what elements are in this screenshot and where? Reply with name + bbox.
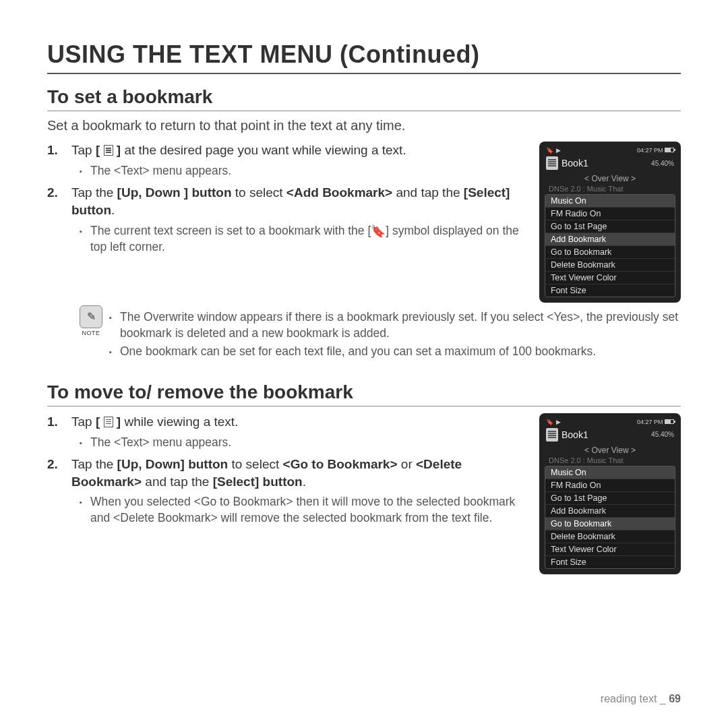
t: Tap the [71, 185, 117, 200]
device-menu-item: Go to Bookmark [545, 246, 675, 259]
t: [Select] button [213, 475, 303, 489]
device1-faint: DNSe 2.0 : Music That [545, 185, 675, 193]
s1-step1-sub1: The <Text> menu appears. [80, 163, 527, 179]
menu-button-icon [104, 417, 113, 427]
device2-time: 04:27 PM [637, 419, 663, 425]
t: Tap [71, 415, 96, 429]
footer-page-number: 69 [669, 693, 681, 704]
device2-menu: Music OnFM Radio OnGo to 1st PageAdd Boo… [545, 466, 675, 569]
t: <Go to Bookmark> [283, 457, 398, 471]
device1-pct: 45.40% [651, 160, 674, 167]
section-move-remove-title: To move to/ remove the bookmark [47, 382, 681, 406]
device-menu-item: Delete Bookmark [545, 530, 675, 543]
t: and tap the [142, 475, 213, 489]
device-mock-1: 🔖▶ 04:27 PM Book1 45.40% < Over View > D… [539, 142, 681, 303]
device-menu-item: Music On [545, 466, 675, 479]
status-left: 🔖▶ [546, 147, 561, 154]
battery-icon [665, 419, 674, 424]
section-set-bookmark-title: To set a bookmark [47, 86, 681, 111]
t: <Add Bookmark> [286, 185, 392, 200]
t: . [111, 203, 115, 217]
s1-step1-text-b: at the desired page you want while viewi… [121, 143, 406, 157]
device-menu-item: Add Bookmark [545, 233, 675, 246]
device-menu-item: FM Radio On [545, 208, 675, 220]
device-menu-item: Go to 1st Page [545, 492, 675, 505]
s2-step-1: Tap [ ] while viewing a text. The <Text>… [47, 413, 527, 450]
page-footer: reading text _ 69 [601, 693, 681, 705]
t: [Up, Down] button [117, 457, 229, 471]
section1-intro: Set a bookmark to return to that point i… [47, 118, 681, 133]
footer-section: reading text [601, 693, 657, 704]
t: Tap the [71, 457, 117, 471]
device-menu-item: Text Viewer Color [545, 543, 675, 556]
device1-overview: < Over View > [545, 174, 675, 183]
status-left: 🔖▶ [546, 419, 561, 425]
device-menu-item: Font Size [545, 284, 675, 297]
battery-icon [665, 148, 674, 152]
s1-step1-bracket-close: ] [113, 143, 121, 157]
note-label: NOTE [80, 330, 102, 336]
s1-step-2: Tap the [Up, Down ] button to select <Ad… [47, 184, 527, 255]
device-menu-item: Text Viewer Color [545, 272, 675, 284]
document-icon [546, 156, 558, 170]
t: to select [232, 185, 286, 200]
t: ] [113, 415, 121, 429]
s1-step1-text-a: Tap [71, 143, 96, 157]
t: while viewing a text. [121, 415, 238, 429]
s1-step-1: Tap [ ] at the desired page you want whi… [47, 142, 527, 179]
bookmark-clip-icon: 🔖 [371, 224, 386, 240]
device-mock-2: 🔖▶ 04:27 PM Book1 45.40% < Over View > D… [539, 413, 681, 574]
device2-pct: 45.40% [651, 431, 674, 438]
t: . [303, 475, 306, 489]
device-menu-item: Go to Bookmark [545, 518, 675, 530]
device2-faint: DNSe 2.0 : Music That [545, 456, 675, 464]
s1-step2-sub1: The current text screen is set to a book… [80, 223, 527, 255]
device-menu-item: Add Bookmark [545, 505, 675, 518]
s2-step2-sub1: When you selected <Go to Bookmark> then … [80, 494, 527, 526]
t: to select [228, 457, 282, 471]
device2-title: Book1 [562, 429, 588, 440]
device-menu-item: Go to 1st Page [545, 220, 675, 233]
device2-overview: < Over View > [545, 446, 675, 455]
document-icon [546, 428, 558, 442]
menu-button-icon [104, 145, 113, 156]
t: The current text screen is set to a book… [90, 224, 371, 237]
s2-step1-sub1: The <Text> menu appears. [80, 435, 527, 451]
device-menu-item: Music On [545, 195, 675, 208]
s2-step-2: Tap the [Up, Down] button to select <Go … [47, 456, 527, 526]
t: [Up, Down ] button [117, 185, 232, 200]
device-menu-item: Font Size [545, 556, 675, 568]
device1-title: Book1 [562, 158, 588, 169]
device1-menu: Music OnFM Radio OnGo to 1st PageAdd Boo… [545, 194, 675, 297]
page-title: USING THE TEXT MENU (Continued) [47, 40, 681, 74]
status-right: 04:27 PM [637, 419, 674, 425]
note-pencil-icon: ✎ [80, 305, 102, 328]
device-menu-item: Delete Bookmark [545, 259, 675, 272]
s1-step1-bracket-open: [ [96, 143, 104, 157]
device1-time: 04:27 PM [637, 147, 663, 154]
status-right: 04:27 PM [637, 147, 674, 154]
device-menu-item: FM Radio On [545, 479, 675, 492]
note2: One bookmark can be set for each text fi… [109, 344, 681, 360]
t: or [398, 457, 416, 471]
t: [ [96, 415, 104, 429]
t: and tap the [392, 185, 464, 200]
note1: The Overwrite window appears if there is… [109, 309, 681, 341]
note-icon-wrap: ✎ NOTE [80, 305, 102, 336]
footer-sep: _ [657, 693, 669, 704]
